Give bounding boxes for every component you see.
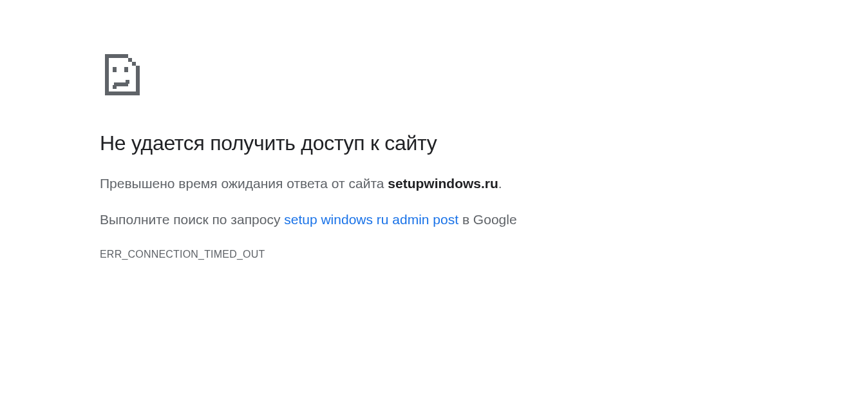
svg-rect-1 xyxy=(128,58,132,62)
error-message-prefix: Превышено время ожидания ответа от сайта xyxy=(100,176,388,191)
error-message-suffix: . xyxy=(498,176,502,191)
svg-rect-4 xyxy=(105,91,136,95)
error-hostname: setupwindows.ru xyxy=(388,176,498,191)
error-message: Превышено время ожидания ответа от сайта… xyxy=(100,173,868,194)
search-prefix: Выполните поиск по запросу xyxy=(100,212,284,227)
error-icon-container xyxy=(100,52,868,101)
svg-rect-10 xyxy=(126,80,129,84)
svg-rect-5 xyxy=(105,58,109,91)
sad-page-icon xyxy=(100,52,146,98)
error-code: ERR_CONNECTION_TIMED_OUT xyxy=(100,249,868,260)
search-query-link[interactable]: setup windows ru admin post xyxy=(284,212,458,227)
svg-rect-7 xyxy=(124,67,128,72)
svg-rect-2 xyxy=(132,62,136,66)
svg-rect-3 xyxy=(136,66,140,95)
search-suffix: в Google xyxy=(458,212,517,227)
svg-rect-9 xyxy=(113,85,117,89)
svg-rect-6 xyxy=(113,67,117,72)
search-suggestion: Выполните поиск по запросу setup windows… xyxy=(100,209,868,230)
svg-rect-0 xyxy=(105,54,128,58)
error-title: Не удается получить доступ к сайту xyxy=(100,131,868,155)
